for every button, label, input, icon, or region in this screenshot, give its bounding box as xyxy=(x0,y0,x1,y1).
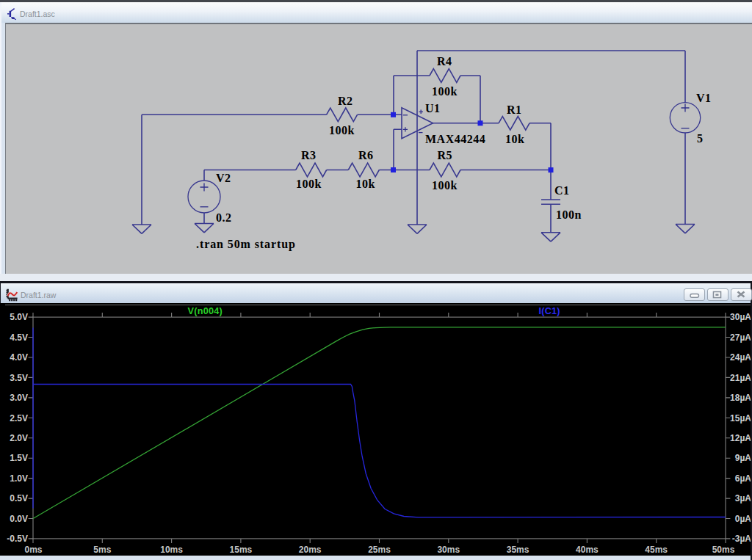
svg-text:100k: 100k xyxy=(329,124,355,137)
svg-text:25ms: 25ms xyxy=(368,544,391,554)
svg-text:10k: 10k xyxy=(505,133,524,145)
svg-text:-0.5V: -0.5V xyxy=(7,534,28,544)
svg-text:.tran 50m startup: .tran 50m startup xyxy=(196,238,296,251)
svg-text:R2: R2 xyxy=(338,95,353,107)
svg-text:3µA: 3µA xyxy=(735,493,751,503)
svg-text:R6: R6 xyxy=(358,149,374,161)
svg-text:R4: R4 xyxy=(437,55,452,68)
svg-text:R3: R3 xyxy=(301,149,317,161)
svg-text:100k: 100k xyxy=(432,85,458,98)
svg-text:0.2: 0.2 xyxy=(216,211,232,224)
svg-text:100k: 100k xyxy=(432,179,458,192)
svg-text:3.5V: 3.5V xyxy=(10,372,28,382)
svg-text:100k: 100k xyxy=(296,178,322,190)
svg-text:C1: C1 xyxy=(554,184,570,197)
svg-text:2.5V: 2.5V xyxy=(10,412,28,423)
svg-text:0.5V: 0.5V xyxy=(10,493,28,503)
svg-text:20ms: 20ms xyxy=(299,544,322,554)
svg-text:1.0V: 1.0V xyxy=(10,473,28,483)
svg-text:100n: 100n xyxy=(556,208,582,221)
svg-text:V1: V1 xyxy=(696,92,712,104)
svg-text:3.0V: 3.0V xyxy=(10,393,28,403)
svg-text:R5: R5 xyxy=(438,149,453,161)
svg-text:5.0V: 5.0V xyxy=(10,312,28,322)
svg-text:15µA: 15µA xyxy=(730,412,751,423)
svg-text:9µA: 9µA xyxy=(735,453,751,463)
svg-text:0.0V: 0.0V xyxy=(10,513,28,523)
svg-text:-3µA: -3µA xyxy=(732,534,751,544)
svg-text:4.0V: 4.0V xyxy=(10,352,28,363)
svg-text:24µA: 24µA xyxy=(730,352,751,363)
svg-text:V2: V2 xyxy=(216,172,231,184)
svg-text:21µA: 21µA xyxy=(730,372,751,382)
svg-text:12µA: 12µA xyxy=(730,432,751,443)
svg-text:40ms: 40ms xyxy=(576,544,599,554)
svg-text:5: 5 xyxy=(697,132,704,145)
svg-text:5ms: 5ms xyxy=(93,544,111,554)
svg-text:U1: U1 xyxy=(425,102,441,114)
svg-text:27µA: 27µA xyxy=(730,332,751,342)
svg-text:35ms: 35ms xyxy=(507,544,529,554)
svg-text:I(C1): I(C1) xyxy=(539,306,560,316)
svg-text:MAX44244: MAX44244 xyxy=(425,133,485,145)
svg-text:10ms: 10ms xyxy=(160,544,183,554)
svg-text:18µA: 18µA xyxy=(730,393,751,403)
svg-text:R1: R1 xyxy=(507,103,522,116)
svg-text:2.0V: 2.0V xyxy=(10,432,28,443)
svg-text:0ms: 0ms xyxy=(24,544,42,554)
svg-text:6µA: 6µA xyxy=(735,473,751,483)
svg-text:30ms: 30ms xyxy=(437,544,460,554)
svg-text:4.5V: 4.5V xyxy=(10,332,28,342)
svg-text:V(n004): V(n004) xyxy=(188,306,223,316)
svg-text:15ms: 15ms xyxy=(230,544,253,554)
svg-text:30µA: 30µA xyxy=(730,312,751,322)
svg-text:1.5V: 1.5V xyxy=(10,453,28,463)
svg-text:0µA: 0µA xyxy=(735,513,751,523)
svg-text:50ms: 50ms xyxy=(712,544,735,554)
svg-text:10k: 10k xyxy=(356,178,375,190)
svg-text:45ms: 45ms xyxy=(645,544,668,554)
